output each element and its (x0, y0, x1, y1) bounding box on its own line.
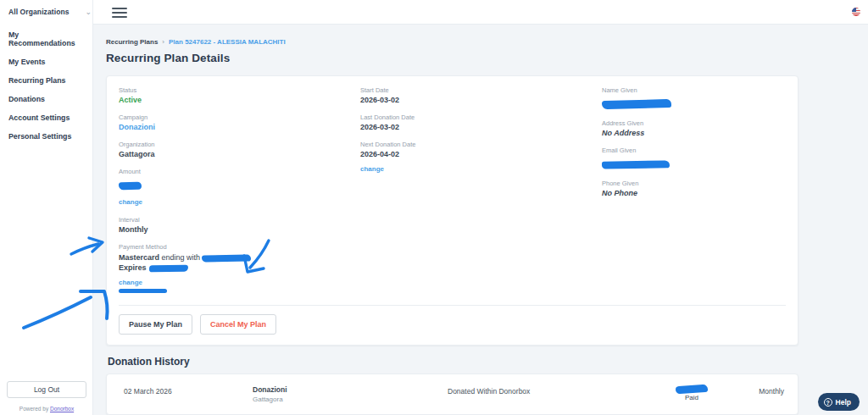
address-given-label: Address Given (602, 119, 671, 127)
redaction-name (602, 99, 671, 109)
address-given-value: No Address (602, 129, 671, 138)
logout-button[interactable]: Log Out (7, 381, 86, 398)
donation-history-card: 02 March 2026 Donazioni Gattagora Donate… (106, 374, 798, 415)
payment-ending-text: ending with (159, 253, 200, 262)
plan-details-column-middle: Start Date 2026-03-02 Last Donation Date… (360, 86, 602, 302)
email-given-label: Email Given (602, 147, 671, 154)
chevron-down-icon: ⌄ (85, 8, 92, 16)
sidebar-item-recurring-plans[interactable]: Recurring Plans (0, 71, 92, 90)
organization-selector[interactable]: All Organizations ⌄ (8, 8, 92, 16)
donation-status: Paid (685, 394, 698, 401)
next-donation-date-label: Next Donation Date (360, 141, 602, 148)
language-flag-icon[interactable] (852, 8, 860, 16)
help-button-label: Help (836, 398, 851, 407)
next-donation-date-value: 2026-04-02 (360, 150, 602, 159)
main-content: Recurring Plans › Plan 5247622 - ALESSIA… (94, 25, 868, 415)
pause-plan-button[interactable]: Pause My Plan (119, 314, 192, 335)
cancel-plan-button[interactable]: Cancel My Plan (200, 314, 276, 335)
donation-campaign: Donazioni (253, 385, 448, 394)
organization-value: Gattagora (119, 150, 360, 159)
donation-status-cell: Paid (641, 385, 743, 401)
donation-source: Donated Within Donorbox (448, 385, 641, 396)
donation-campaign-cell: Donazioni Gattagora (253, 385, 448, 403)
donation-interval: Monthly (743, 385, 786, 396)
redaction-email (602, 160, 670, 169)
redaction-card-number (202, 254, 251, 262)
payment-expires-line: Expires (119, 263, 360, 273)
payment-method-label: Payment Method (119, 243, 360, 251)
donation-history-title: Donation History (108, 356, 868, 368)
donation-date: 02 March 2026 (119, 385, 253, 396)
sidebar-item-account-settings[interactable]: Account Settings (0, 108, 92, 127)
last-donation-date-value: 2026-03-02 (360, 123, 602, 132)
sidebar: All Organizations ⌄ My Recommendations M… (0, 0, 93, 415)
breadcrumb-current-plan: Plan 5247622 - ALESSIA MALACHITI (169, 38, 286, 46)
breadcrumb-separator: › (162, 38, 164, 46)
interval-value: Monthly (119, 225, 360, 235)
plan-actions: Pause My Plan Cancel My Plan (119, 314, 786, 335)
campaign-value-link[interactable]: Donazioni (119, 123, 360, 132)
last-donation-date-label: Last Donation Date (360, 113, 602, 121)
start-date-label: Start Date (360, 86, 602, 94)
question-mark-icon: ? (824, 398, 832, 407)
powered-by-text: Powered by (19, 406, 48, 412)
amount-change-link[interactable]: change (119, 198, 142, 207)
payment-change-link[interactable]: change (119, 279, 142, 287)
breadcrumb-recurring-plans[interactable]: Recurring Plans (106, 38, 158, 46)
card-divider (119, 305, 786, 306)
phone-given-value: No Phone (602, 189, 671, 198)
donation-history-row: 02 March 2026 Donazioni Gattagora Donate… (119, 385, 786, 403)
campaign-label: Campaign (119, 113, 360, 121)
top-bar (0, 0, 868, 25)
interval-label: Interval (119, 216, 360, 224)
payment-card-line: Mastercard ending with (119, 252, 360, 263)
organization-label: Organization (119, 141, 360, 148)
redaction-change-underline (119, 289, 167, 293)
status-label: Status (119, 86, 360, 94)
plan-details-column-right: Name Given Address Given No Address Emai… (602, 86, 671, 302)
breadcrumb: Recurring Plans › Plan 5247622 - ALESSIA… (106, 38, 868, 46)
sidebar-item-personal-settings[interactable]: Personal Settings (0, 127, 92, 146)
next-donation-change-link[interactable]: change (360, 165, 384, 174)
name-given-label: Name Given (602, 86, 671, 94)
plan-details-column-left: Status Active Campaign Donazioni Organiz… (119, 86, 360, 302)
phone-given-label: Phone Given (602, 180, 671, 187)
amount-label: Amount (119, 168, 360, 175)
powered-by: Powered by Donorbox (0, 406, 93, 412)
payment-brand: Mastercard (119, 253, 159, 262)
redaction-expiry (148, 264, 187, 272)
page-title: Recurring Plan Details (106, 52, 868, 64)
hamburger-menu-icon[interactable] (112, 8, 127, 18)
redaction-amount (119, 181, 142, 190)
sidebar-item-my-events[interactable]: My Events (0, 53, 92, 71)
redaction-paid-amount (676, 385, 709, 395)
donation-organization: Gattagora (253, 396, 448, 403)
start-date-value: 2026-03-02 (360, 96, 602, 105)
sidebar-item-donations[interactable]: Donations (0, 90, 92, 108)
status-value: Active (119, 96, 360, 105)
plan-details-card: Status Active Campaign Donazioni Organiz… (106, 75, 798, 346)
help-button[interactable]: ? Help (818, 393, 860, 411)
sidebar-nav: My Recommendations My Events Recurring P… (0, 25, 92, 146)
sidebar-item-my-recommendations[interactable]: My Recommendations (0, 25, 92, 53)
organization-selector-label: All Organizations (8, 8, 70, 16)
donorbox-link[interactable]: Donorbox (50, 406, 74, 412)
expires-label: Expires (119, 263, 147, 272)
